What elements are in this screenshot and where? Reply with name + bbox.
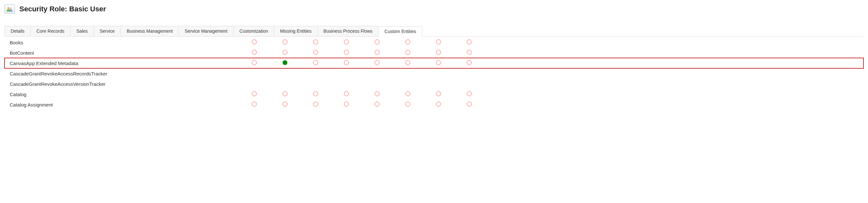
permission-cell[interactable] [300,102,331,108]
permission-cell[interactable] [300,91,331,97]
permission-none-icon [467,91,472,96]
permission-none-icon [283,102,287,107]
permission-cell[interactable] [270,50,300,56]
entity-name: Catalog Assignment [4,102,239,108]
security-role-icon [4,4,15,13]
permission-cell[interactable] [454,102,485,108]
permission-cell[interactable] [454,39,485,45]
entity-row: CanvasApp Extended Metadata [4,58,864,68]
tab-missing-entities[interactable]: Missing Entities [274,26,317,36]
permission-cell[interactable] [393,102,423,108]
tab-sales[interactable]: Sales [70,26,94,36]
entity-name: CascadeGrantRevokeAccessVersionTracker [4,81,239,87]
permission-none-icon [313,102,318,107]
permission-none-icon [252,60,257,65]
tab-strip: DetailsCore RecordsSalesServiceBusiness … [4,26,864,36]
permission-cell[interactable] [331,102,362,108]
permission-cell[interactable] [270,102,300,108]
permission-none-icon [436,102,441,107]
tab-details[interactable]: Details [4,26,31,36]
permission-none-icon [405,102,410,107]
entity-permissions-grid: BooksBotContentCanvasApp Extended Metada… [4,37,864,110]
permission-cell[interactable] [239,91,270,97]
permission-none-icon [436,50,441,55]
permission-cell[interactable] [300,60,331,66]
tab-business-management[interactable]: Business Management [121,26,179,36]
permission-cell[interactable] [300,50,331,56]
entity-name: CanvasApp Extended Metadata [4,61,239,66]
page-header: Security Role: Basic User [4,4,864,13]
permission-cell[interactable] [362,39,393,45]
tab-core-records[interactable]: Core Records [30,26,70,36]
permission-cell[interactable] [393,60,423,66]
permission-cell[interactable] [331,39,362,45]
entity-row: CascadeGrantRevokeAccessVersionTracker [4,79,864,89]
tab-customization[interactable]: Customization [234,26,275,36]
tab-label: Business Process Flows [323,28,373,34]
tab-label: Missing Entities [280,28,311,34]
entity-row: CascadeGrantRevokeAccessRecordsTracker [4,68,864,79]
permission-cell[interactable] [331,50,362,56]
tab-custom-entities[interactable]: Custom Entities [378,26,422,36]
tab-label: Core Records [36,28,64,34]
permission-cell[interactable] [393,39,423,45]
permission-none-icon [313,91,318,96]
permission-cell[interactable] [393,91,423,97]
permission-cell[interactable] [454,50,485,56]
permission-cell[interactable] [423,50,454,56]
permission-none-icon [344,60,349,65]
permission-cell[interactable] [423,60,454,66]
permission-none-icon [344,91,349,96]
entity-name: Books [4,40,239,45]
permission-cell[interactable] [423,102,454,108]
permission-cell[interactable] [270,39,300,45]
permission-full-icon [283,60,287,65]
permission-cell[interactable] [300,39,331,45]
tab-service-management[interactable]: Service Management [179,26,234,36]
permission-none-icon [375,91,379,96]
permission-none-icon [467,39,472,45]
permission-none-icon [252,50,257,55]
permission-cell[interactable] [239,50,270,56]
permission-none-icon [252,102,257,107]
tab-label: Service [99,28,115,34]
permission-cell[interactable] [423,91,454,97]
permission-none-icon [344,50,349,55]
permission-none-icon [467,60,472,65]
permission-cell[interactable] [362,60,393,66]
entity-name: Catalog [4,92,239,97]
permission-cell[interactable] [239,60,270,66]
permission-cell[interactable] [331,91,362,97]
tab-label: Customization [240,28,268,34]
permission-none-icon [405,60,410,65]
permission-none-icon [375,50,379,55]
tab-label: Sales [76,28,88,34]
permission-cell[interactable] [239,102,270,108]
tab-service[interactable]: Service [93,26,121,36]
permission-cell[interactable] [454,91,485,97]
tab-business-process-flows[interactable]: Business Process Flows [317,26,379,36]
tab-label: Custom Entities [384,29,416,34]
permission-cell[interactable] [239,39,270,45]
svg-point-0 [8,7,9,9]
permission-cell[interactable] [331,60,362,66]
permission-cell[interactable] [454,60,485,66]
entity-row: Catalog [4,89,864,99]
permission-cell[interactable] [362,91,393,97]
permission-none-icon [405,91,410,96]
permission-cell[interactable] [270,91,300,97]
permission-cell[interactable] [423,39,454,45]
permission-cell[interactable] [393,50,423,56]
permission-none-icon [467,102,472,107]
entity-name: CascadeGrantRevokeAccessRecordsTracker [4,71,239,77]
permission-none-icon [436,91,441,96]
permission-none-icon [313,39,318,45]
permission-cell[interactable] [270,60,300,66]
permission-none-icon [467,50,472,55]
permission-cell[interactable] [362,50,393,56]
permission-none-icon [436,60,441,65]
permission-none-icon [405,39,410,45]
permission-none-icon [344,102,349,107]
permission-none-icon [252,39,257,45]
permission-cell[interactable] [362,102,393,108]
